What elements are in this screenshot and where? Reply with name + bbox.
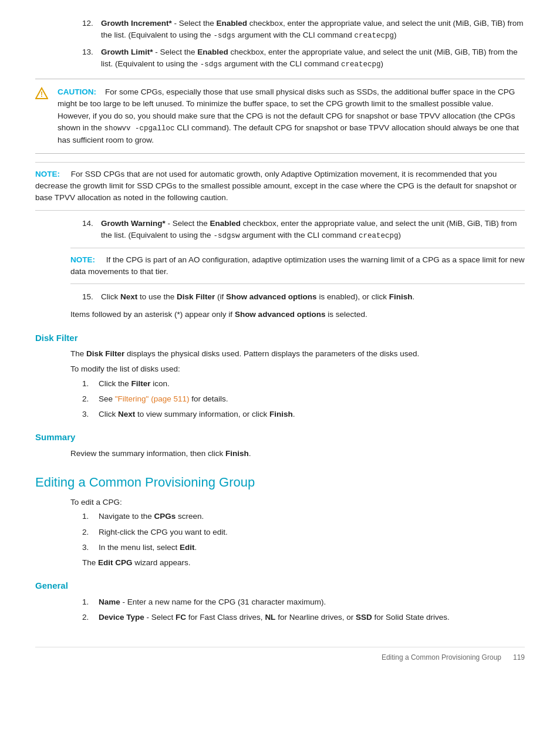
showvv-code: showvv -cpgalloc — [104, 124, 175, 133]
sdgsw-code: -sdgsw — [213, 232, 239, 240]
editing-step-3-text: In the menu list, select Edit. — [99, 542, 197, 553]
disk-filter-step-1-num: 1. — [82, 378, 94, 390]
item-14-content: Growth Warning* - Select the Enabled che… — [101, 218, 525, 242]
editing-step-3: 3. In the menu list, select Edit. — [82, 542, 525, 553]
disk-filter-heading: Disk Filter — [35, 332, 525, 345]
item-num-12: 12. — [82, 18, 96, 42]
general-item-2-num: 2. — [82, 612, 94, 623]
edit-cpg-bold: Edit CPG — [98, 558, 133, 567]
name-bold: Name — [99, 598, 120, 606]
finish-bold-15: Finish — [389, 292, 413, 301]
item-num-15: 15. — [82, 291, 96, 303]
general-body: 1. Name - Enter a new name for the CPG (… — [35, 596, 525, 624]
disk-filter-step-2: 2. See "Filtering" (page 511) for detail… — [82, 393, 525, 405]
disk-filter-step-1-text: Click the Filter icon. — [99, 378, 170, 390]
disk-filter-step-2-text: See "Filtering" (page 511) for details. — [99, 393, 228, 405]
finish-bold-df: Finish — [269, 410, 293, 418]
numbered-list-12-13: 12. Growth Increment* - Select the Enabl… — [35, 18, 525, 70]
enabled-bold-14: Enabled — [210, 219, 241, 228]
growth-increment-label: Growth Increment* — [101, 19, 172, 28]
note-block-1: NOTE: For SSD CPGs that are not used for… — [35, 162, 525, 211]
general-item-2: 2. Device Type - Select FC for Fast Clas… — [82, 612, 525, 623]
item-num-13: 13. — [82, 46, 96, 70]
caution-content: CAUTION: For some CPGs, especially those… — [58, 86, 525, 146]
filtering-link[interactable]: "Filtering" (page 511) — [115, 394, 190, 403]
createcpg-code-13: createcpg — [341, 60, 381, 69]
summary-text: Review the summary information, then cli… — [70, 448, 525, 460]
note2-indent: NOTE: If the CPG is part of an AO config… — [35, 248, 525, 285]
summary-body: Review the summary information, then cli… — [35, 448, 525, 460]
editing-intro: To edit a CPG: — [70, 497, 525, 508]
numbered-list-14: 14. Growth Warning* - Select the Enabled… — [35, 218, 525, 242]
next-bold-df: Next — [118, 410, 135, 418]
filter-bold: Filter — [131, 379, 151, 388]
editing-step-1: 1. Navigate to the CPGs screen. — [82, 511, 525, 522]
list-item-13: 13. Growth Limit* - Select the Enabled c… — [70, 46, 525, 70]
svg-text:!: ! — [41, 90, 43, 99]
disk-filter-modify-label: To modify the list of disks used: — [70, 363, 525, 375]
list-item-15: 15. Click Next to use the Disk Filter (i… — [70, 291, 525, 303]
disk-filter-section: Disk Filter The Disk Filter displays the… — [35, 332, 525, 421]
editing-body: To edit a CPG: 1. Navigate to the CPGs s… — [35, 497, 525, 569]
disk-filter-body: The Disk Filter displays the physical di… — [35, 348, 525, 420]
next-bold-15: Next — [120, 292, 137, 301]
list-item-14: 14. Growth Warning* - Select the Enabled… — [70, 218, 525, 242]
show-advanced-bold-15: Show advanced options — [226, 292, 317, 301]
ssd-bold: SSD — [356, 613, 372, 622]
caution-triangle-icon: ! — [35, 87, 48, 146]
disk-filter-intro-text: The Disk Filter displays the physical di… — [70, 348, 525, 360]
caution-label: CAUTION: — [58, 87, 96, 96]
edit-cpg-wizard-text: The Edit CPG wizard appears. — [70, 557, 525, 569]
footer-text: Editing a Common Provisioning Group 119 — [382, 652, 525, 663]
cpgs-bold: CPGs — [154, 512, 176, 521]
item-num-14: 14. — [82, 218, 96, 242]
editing-step-2: 2. Right-click the CPG you want to edit. — [82, 526, 525, 538]
disk-filter-step-3-num: 3. — [82, 409, 94, 420]
general-items-list: 1. Name - Enter a new name for the CPG (… — [70, 596, 525, 624]
disk-filter-step-3: 3. Click Next to view summary informatio… — [82, 409, 525, 420]
page-footer: Editing a Common Provisioning Group 119 — [35, 647, 525, 663]
asterisk-note: Items followed by an asterisk (*) appear… — [35, 309, 525, 320]
createcpg-code-12: createcpg — [354, 32, 394, 40]
nl-bold: NL — [265, 613, 275, 622]
editing-step-1-text: Navigate to the CPGs screen. — [99, 511, 204, 522]
note-text-1: For SSD CPGs that are not used for autom… — [35, 170, 517, 202]
createcpg-code-14: createcpg — [359, 232, 399, 240]
sdgs-code-12: -sdgs — [213, 32, 235, 40]
fc-bold: FC — [176, 613, 186, 622]
disk-filter-step-2-num: 2. — [82, 393, 94, 405]
editing-step-3-num: 3. — [82, 542, 94, 553]
disk-filter-bold: Disk Filter — [86, 349, 124, 358]
disk-filter-step-1: 1. Click the Filter icon. — [82, 378, 525, 390]
disk-filter-bold-15: Disk Filter — [177, 292, 215, 301]
general-item-1-text: Name - Enter a new name for the CPG (31 … — [99, 596, 326, 608]
summary-heading: Summary — [35, 431, 525, 444]
editing-section: Editing a Common Provisioning Group To e… — [35, 472, 525, 569]
item-15-content: Click Next to use the Disk Filter (if Sh… — [101, 291, 414, 303]
enabled-bold-13: Enabled — [197, 48, 228, 56]
general-item-2-text: Device Type - Select FC for Fast Class d… — [99, 612, 450, 623]
item-13-content: Growth Limit* - Select the Enabled check… — [101, 46, 525, 70]
sdgs-code-13: -sdgs — [200, 60, 222, 69]
editing-step-1-num: 1. — [82, 511, 94, 522]
general-item-1-num: 1. — [82, 596, 94, 608]
note-label-2: NOTE: — [70, 255, 95, 264]
list-item-12: 12. Growth Increment* - Select the Enabl… — [70, 18, 525, 42]
show-advanced-asterisk-bold: Show advanced options — [235, 310, 326, 319]
page-content: 12. Growth Increment* - Select the Enabl… — [35, 18, 525, 663]
editing-heading: Editing a Common Provisioning Group — [35, 472, 525, 492]
editing-step-2-num: 2. — [82, 526, 94, 538]
item-12-content: Growth Increment* - Select the Enabled c… — [101, 18, 525, 42]
general-heading: General — [35, 579, 525, 593]
growth-warning-label: Growth Warning* — [101, 219, 166, 228]
disk-filter-step-3-text: Click Next to view summary information, … — [99, 409, 295, 420]
finish-bold-summary: Finish — [225, 449, 249, 458]
numbered-list-15: 15. Click Next to use the Disk Filter (i… — [35, 291, 525, 303]
edit-bold: Edit — [180, 543, 195, 552]
general-item-1: 1. Name - Enter a new name for the CPG (… — [82, 596, 525, 608]
caution-text: For some CPGs, especially those that use… — [58, 87, 519, 144]
note-label-1: NOTE: — [35, 170, 60, 178]
enabled-bold-12: Enabled — [217, 19, 248, 28]
note-block-2: NOTE: If the CPG is part of an AO config… — [70, 248, 525, 285]
editing-steps-list: 1. Navigate to the CPGs screen. 2. Right… — [70, 511, 525, 553]
